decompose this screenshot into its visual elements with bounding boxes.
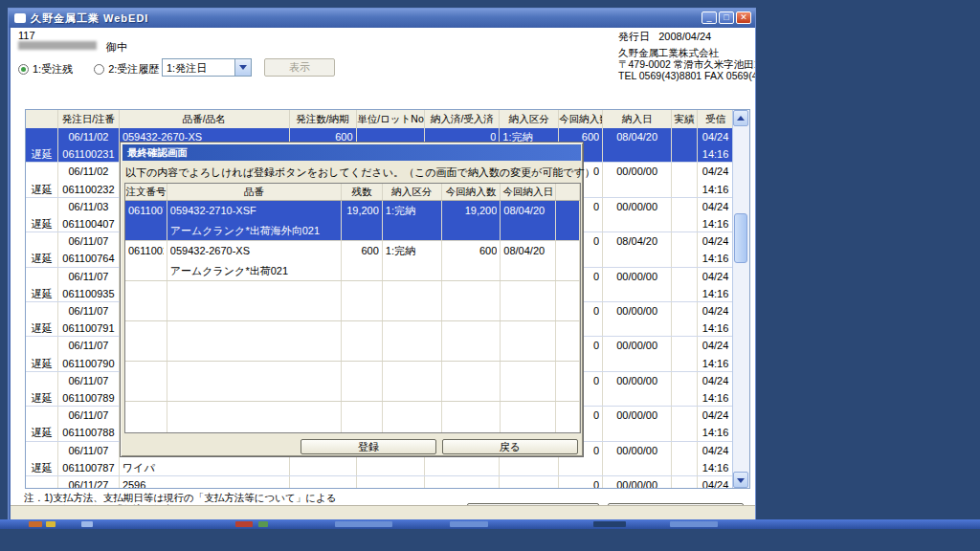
table-cell: 06/11/03061100407 xyxy=(58,198,120,231)
table-cell xyxy=(342,362,383,401)
confirm-table-header: 注文番号品番残数納入区分今回納入数今回納入日 xyxy=(125,184,580,201)
table-cell xyxy=(672,128,698,162)
table-cell xyxy=(125,362,167,401)
combo-arrow-button[interactable] xyxy=(234,59,251,76)
radio-order-history[interactable]: 2:受注履歴 xyxy=(94,62,159,77)
table-cell xyxy=(556,201,580,240)
table-cell: 遅延 xyxy=(26,198,58,231)
dialog-titlebar[interactable]: 最終確認画面 xyxy=(122,144,581,161)
window-titlebar[interactable]: 久野金属工業 WebEDI _ □ ✕ xyxy=(9,9,755,28)
table-cell: 059432-2670-XSアームクランク*出荷021 xyxy=(167,241,342,280)
column-header: 品番/品名 xyxy=(120,110,290,128)
empty-row xyxy=(125,362,580,402)
radio-selected-icon xyxy=(18,64,29,75)
table-cell xyxy=(26,476,58,489)
table-cell: 04/24 xyxy=(698,476,734,489)
table-cell: 遅延 xyxy=(26,163,58,196)
table-cell xyxy=(442,362,501,401)
radio-order-remaining[interactable]: 1:受注残 xyxy=(18,62,73,77)
column-header: 注文番号 xyxy=(125,184,167,200)
table-cell xyxy=(125,402,167,433)
table-cell xyxy=(501,281,556,320)
table-cell: 04/2414:16 xyxy=(698,268,734,301)
sort-select-value: 1:発注日 xyxy=(167,61,207,76)
table-cell xyxy=(672,442,698,475)
window-title: 久野金属工業 WebEDI xyxy=(31,11,148,26)
table-cell: 061100231 xyxy=(125,241,167,280)
column-header xyxy=(556,184,580,200)
table-cell: 08/04/20 xyxy=(603,232,672,266)
table-cell: 2596 xyxy=(120,476,290,489)
table-cell xyxy=(125,281,167,320)
table-cell: 00/00/00 xyxy=(603,337,672,370)
table-cell: 遅延 xyxy=(26,268,58,301)
dialog-instruction: 以下の内容でよろしければ登録ボタンをおしてください。（この画面で納入数の変更が可… xyxy=(125,165,595,180)
chevron-down-icon xyxy=(239,65,247,70)
maximize-icon[interactable]: □ xyxy=(719,11,734,24)
scrollbar-down-icon[interactable] xyxy=(733,472,748,488)
display-button[interactable]: 表示 xyxy=(264,58,335,77)
column-header: 納入区分 xyxy=(383,184,442,200)
table-cell xyxy=(383,281,442,320)
column-header: 納入済/受入済 xyxy=(425,110,500,128)
table-cell: 061100764 xyxy=(125,201,167,240)
radio-order-remaining-label: 1:受注残 xyxy=(33,62,73,77)
column-header: 発注日/注番 xyxy=(58,110,120,128)
taskbar-item xyxy=(450,521,488,527)
table-cell xyxy=(556,362,580,401)
table-cell xyxy=(167,281,342,320)
table-cell: 04/2414:16 xyxy=(698,302,734,336)
table-cell xyxy=(442,321,501,361)
table-cell xyxy=(501,402,556,433)
table-cell xyxy=(342,402,383,433)
table-cell: 06/11/07061100788 xyxy=(58,407,120,440)
table-cell: 06/11/07061100790 xyxy=(58,337,120,370)
register-button[interactable]: 登録 xyxy=(301,439,436,454)
scrollbar-up-icon[interactable] xyxy=(733,110,748,126)
table-row[interactable]: 06/11/272596000/00/0004/24 xyxy=(26,476,734,489)
table-cell: 00/00/00 xyxy=(603,198,672,231)
radio-order-history-label: 2:受注履歴 xyxy=(108,62,159,77)
table-cell: 06/11/07061100764 xyxy=(58,232,120,266)
table-cell: 04/2414:16 xyxy=(698,442,734,475)
confirm-row[interactable]: 061100764059432-2710-XSFアームクランク*出荷海外向021… xyxy=(125,201,580,241)
close-icon[interactable]: ✕ xyxy=(736,11,751,24)
table-cell: 06/11/07061100787 xyxy=(58,442,120,475)
taskbar[interactable] xyxy=(0,519,980,529)
table-cell xyxy=(672,198,698,231)
sort-select[interactable]: 1:発注日 xyxy=(162,58,252,77)
table-cell: 600 xyxy=(342,241,383,280)
radio-unselected-icon xyxy=(94,64,104,75)
customer-name-redacted xyxy=(18,41,97,50)
table-cell xyxy=(672,407,698,440)
column-header: 今回納入数 xyxy=(442,184,501,200)
table-cell xyxy=(290,476,357,489)
table-cell: 遅延 xyxy=(26,337,58,370)
table-cell: 06/11/07061100935 xyxy=(58,268,120,301)
table-scrollbar[interactable] xyxy=(732,110,749,488)
back-button[interactable]: 戻る xyxy=(442,439,578,454)
table-cell xyxy=(383,321,442,361)
empty-row xyxy=(125,321,580,362)
taskbar-item xyxy=(593,521,626,527)
column-header: 残数 xyxy=(342,184,383,200)
column-header: 今回納入数 xyxy=(559,110,603,128)
desktop: 久野金属工業 WebEDI _ □ ✕ 117 御中 1:受注残 2:受注履歴 xyxy=(0,0,980,551)
taskbar-icon xyxy=(29,521,42,527)
confirm-table-body: 061100764059432-2710-XSFアームクランク*出荷海外向021… xyxy=(125,201,580,433)
issue-date-value: 2008/04/24 xyxy=(658,31,711,42)
table-cell: 04/2414:16 xyxy=(698,128,734,162)
taskbar-item xyxy=(670,521,718,527)
table-cell: 04/2414:16 xyxy=(698,163,734,196)
customer-honorific: 御中 xyxy=(106,40,127,55)
table-cell xyxy=(342,281,383,320)
minimize-icon[interactable]: _ xyxy=(702,11,717,24)
scrollbar-thumb[interactable] xyxy=(734,213,747,263)
confirm-row[interactable]: 061100231059432-2670-XSアームクランク*出荷0216001… xyxy=(125,241,580,281)
empty-row xyxy=(125,402,580,433)
column-header: 実績 xyxy=(672,110,698,128)
table-cell xyxy=(556,321,580,361)
table-cell xyxy=(556,241,580,280)
empty-row xyxy=(125,281,580,321)
table-cell: 00/00/00 xyxy=(603,268,672,301)
